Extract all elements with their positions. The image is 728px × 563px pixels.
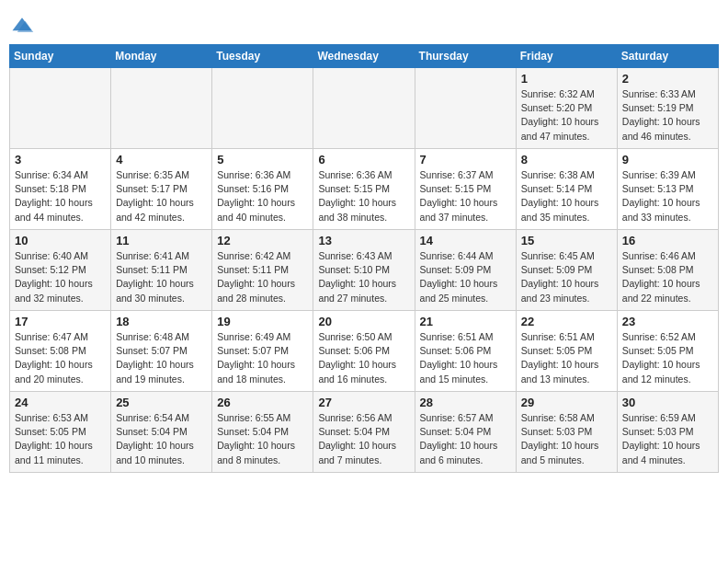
day-number: 23	[622, 315, 713, 328]
weekday-header-friday: Friday	[516, 45, 617, 68]
calendar-cell: 15Sunrise: 6:45 AM Sunset: 5:09 PM Dayli…	[516, 230, 617, 311]
week-row-1: 1Sunrise: 6:32 AM Sunset: 5:20 PM Daylig…	[10, 68, 719, 149]
calendar-cell: 6Sunrise: 6:36 AM Sunset: 5:15 PM Daylig…	[313, 149, 415, 230]
day-number: 4	[116, 153, 207, 167]
day-info: Sunrise: 6:35 AM Sunset: 5:17 PM Dayligh…	[116, 168, 207, 224]
calendar-cell	[111, 68, 212, 149]
day-info: Sunrise: 6:49 AM Sunset: 5:07 PM Dayligh…	[217, 330, 308, 386]
week-row-2: 3Sunrise: 6:34 AM Sunset: 5:18 PM Daylig…	[10, 149, 719, 230]
day-info: Sunrise: 6:41 AM Sunset: 5:11 PM Dayligh…	[116, 249, 207, 305]
calendar-cell: 8Sunrise: 6:38 AM Sunset: 5:14 PM Daylig…	[516, 149, 617, 230]
day-info: Sunrise: 6:34 AM Sunset: 5:18 PM Dayligh…	[15, 168, 106, 224]
day-number: 19	[217, 315, 308, 328]
weekday-header-monday: Monday	[111, 45, 212, 68]
day-number: 2	[622, 72, 713, 86]
logo	[9, 9, 39, 39]
day-info: Sunrise: 6:32 AM Sunset: 5:20 PM Dayligh…	[521, 87, 612, 144]
day-info: Sunrise: 6:51 AM Sunset: 5:06 PM Dayligh…	[420, 330, 511, 386]
day-info: Sunrise: 6:54 AM Sunset: 5:04 PM Dayligh…	[116, 411, 207, 467]
calendar-body: 1Sunrise: 6:32 AM Sunset: 5:20 PM Daylig…	[10, 68, 719, 473]
calendar-cell: 7Sunrise: 6:37 AM Sunset: 5:15 PM Daylig…	[415, 149, 516, 230]
day-info: Sunrise: 6:46 AM Sunset: 5:08 PM Dayligh…	[622, 249, 713, 305]
calendar-cell: 28Sunrise: 6:57 AM Sunset: 5:04 PM Dayli…	[415, 392, 516, 473]
day-number: 3	[15, 153, 106, 167]
day-number: 6	[318, 153, 409, 167]
day-number: 13	[318, 234, 409, 247]
week-row-4: 17Sunrise: 6:47 AM Sunset: 5:08 PM Dayli…	[10, 311, 719, 392]
calendar-cell: 24Sunrise: 6:53 AM Sunset: 5:05 PM Dayli…	[10, 392, 111, 473]
day-info: Sunrise: 6:36 AM Sunset: 5:15 PM Dayligh…	[318, 168, 409, 224]
day-info: Sunrise: 6:39 AM Sunset: 5:13 PM Dayligh…	[622, 168, 713, 224]
day-info: Sunrise: 6:33 AM Sunset: 5:19 PM Dayligh…	[622, 87, 713, 144]
calendar-cell: 30Sunrise: 6:59 AM Sunset: 5:03 PM Dayli…	[617, 392, 718, 473]
calendar-cell: 12Sunrise: 6:42 AM Sunset: 5:11 PM Dayli…	[212, 230, 313, 311]
day-info: Sunrise: 6:47 AM Sunset: 5:08 PM Dayligh…	[15, 330, 106, 386]
calendar-cell: 3Sunrise: 6:34 AM Sunset: 5:18 PM Daylig…	[10, 149, 111, 230]
week-row-3: 10Sunrise: 6:40 AM Sunset: 5:12 PM Dayli…	[10, 230, 719, 311]
weekday-header-tuesday: Tuesday	[212, 45, 313, 68]
weekday-header-wednesday: Wednesday	[313, 45, 415, 68]
day-info: Sunrise: 6:51 AM Sunset: 5:05 PM Dayligh…	[521, 330, 612, 386]
day-info: Sunrise: 6:36 AM Sunset: 5:16 PM Dayligh…	[217, 168, 308, 224]
day-number: 18	[116, 315, 207, 328]
day-info: Sunrise: 6:44 AM Sunset: 5:09 PM Dayligh…	[420, 249, 511, 305]
day-info: Sunrise: 6:43 AM Sunset: 5:10 PM Dayligh…	[318, 249, 409, 305]
calendar-cell	[415, 68, 516, 149]
day-number: 28	[420, 396, 511, 409]
day-number: 7	[420, 153, 511, 167]
day-number: 30	[622, 396, 713, 409]
day-info: Sunrise: 6:42 AM Sunset: 5:11 PM Dayligh…	[217, 249, 308, 305]
calendar-cell: 16Sunrise: 6:46 AM Sunset: 5:08 PM Dayli…	[617, 230, 718, 311]
week-row-5: 24Sunrise: 6:53 AM Sunset: 5:05 PM Dayli…	[10, 392, 719, 473]
day-number: 25	[116, 396, 207, 409]
day-number: 1	[521, 72, 612, 86]
calendar-cell: 19Sunrise: 6:49 AM Sunset: 5:07 PM Dayli…	[212, 311, 313, 392]
day-info: Sunrise: 6:59 AM Sunset: 5:03 PM Dayligh…	[622, 411, 713, 467]
day-number: 17	[15, 315, 106, 328]
weekday-header-sunday: Sunday	[10, 45, 111, 68]
day-info: Sunrise: 6:55 AM Sunset: 5:04 PM Dayligh…	[217, 411, 308, 467]
day-info: Sunrise: 6:40 AM Sunset: 5:12 PM Dayligh…	[15, 249, 106, 305]
calendar-cell	[10, 68, 111, 149]
day-number: 5	[217, 153, 308, 167]
day-number: 10	[15, 234, 106, 247]
day-number: 27	[318, 396, 409, 409]
day-info: Sunrise: 6:45 AM Sunset: 5:09 PM Dayligh…	[521, 249, 612, 305]
calendar-cell: 10Sunrise: 6:40 AM Sunset: 5:12 PM Dayli…	[10, 230, 111, 311]
calendar-cell	[212, 68, 313, 149]
calendar-cell: 13Sunrise: 6:43 AM Sunset: 5:10 PM Dayli…	[313, 230, 415, 311]
day-number: 15	[521, 234, 612, 247]
calendar-cell: 14Sunrise: 6:44 AM Sunset: 5:09 PM Dayli…	[415, 230, 516, 311]
day-info: Sunrise: 6:53 AM Sunset: 5:05 PM Dayligh…	[15, 411, 106, 467]
calendar-cell: 2Sunrise: 6:33 AM Sunset: 5:19 PM Daylig…	[617, 68, 718, 149]
day-info: Sunrise: 6:56 AM Sunset: 5:04 PM Dayligh…	[318, 411, 409, 467]
calendar-cell: 11Sunrise: 6:41 AM Sunset: 5:11 PM Dayli…	[111, 230, 212, 311]
calendar-cell: 17Sunrise: 6:47 AM Sunset: 5:08 PM Dayli…	[10, 311, 111, 392]
day-info: Sunrise: 6:48 AM Sunset: 5:07 PM Dayligh…	[116, 330, 207, 386]
calendar-cell	[313, 68, 415, 149]
day-info: Sunrise: 6:58 AM Sunset: 5:03 PM Dayligh…	[521, 411, 612, 467]
calendar-cell: 27Sunrise: 6:56 AM Sunset: 5:04 PM Dayli…	[313, 392, 415, 473]
calendar-cell: 23Sunrise: 6:52 AM Sunset: 5:05 PM Dayli…	[617, 311, 718, 392]
calendar-cell: 1Sunrise: 6:32 AM Sunset: 5:20 PM Daylig…	[516, 68, 617, 149]
calendar-cell: 5Sunrise: 6:36 AM Sunset: 5:16 PM Daylig…	[212, 149, 313, 230]
page-header	[9, 9, 719, 39]
day-info: Sunrise: 6:52 AM Sunset: 5:05 PM Dayligh…	[622, 330, 713, 386]
calendar-cell: 26Sunrise: 6:55 AM Sunset: 5:04 PM Dayli…	[212, 392, 313, 473]
day-info: Sunrise: 6:57 AM Sunset: 5:04 PM Dayligh…	[420, 411, 511, 467]
day-number: 8	[521, 153, 612, 167]
day-number: 20	[318, 315, 409, 328]
calendar-cell: 21Sunrise: 6:51 AM Sunset: 5:06 PM Dayli…	[415, 311, 516, 392]
day-info: Sunrise: 6:37 AM Sunset: 5:15 PM Dayligh…	[420, 168, 511, 224]
day-number: 22	[521, 315, 612, 328]
day-number: 24	[15, 396, 106, 409]
calendar-cell: 9Sunrise: 6:39 AM Sunset: 5:13 PM Daylig…	[617, 149, 718, 230]
calendar-cell: 4Sunrise: 6:35 AM Sunset: 5:17 PM Daylig…	[111, 149, 212, 230]
calendar-cell: 29Sunrise: 6:58 AM Sunset: 5:03 PM Dayli…	[516, 392, 617, 473]
day-number: 12	[217, 234, 308, 247]
calendar-cell: 18Sunrise: 6:48 AM Sunset: 5:07 PM Dayli…	[111, 311, 212, 392]
calendar-table: SundayMondayTuesdayWednesdayThursdayFrid…	[9, 44, 719, 473]
weekday-header-saturday: Saturday	[617, 45, 718, 68]
logo-icon	[9, 13, 35, 39]
calendar-header-row: SundayMondayTuesdayWednesdayThursdayFrid…	[10, 45, 719, 68]
